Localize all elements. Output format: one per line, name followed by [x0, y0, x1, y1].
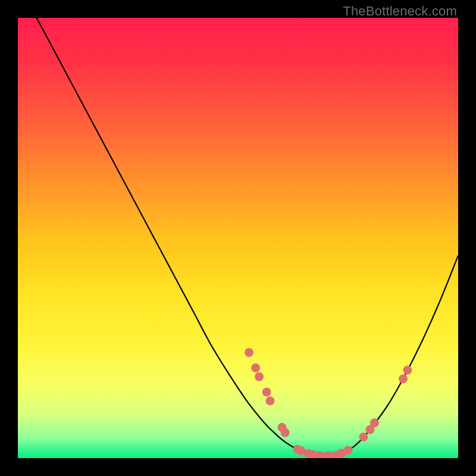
gradient-background: [18, 18, 458, 458]
data-point: [255, 372, 264, 381]
watermark-text: TheBottleneck.com: [343, 4, 457, 19]
data-point: [281, 428, 290, 437]
bottleneck-chart: [18, 18, 458, 458]
data-point: [370, 418, 379, 427]
data-point: [266, 396, 275, 405]
data-point: [262, 388, 271, 397]
data-point: [251, 364, 260, 372]
chart-frame: [18, 18, 458, 458]
data-point: [403, 366, 412, 375]
data-point: [359, 433, 368, 441]
data-point: [245, 348, 253, 357]
data-point: [399, 374, 408, 383]
data-point: [344, 446, 353, 455]
